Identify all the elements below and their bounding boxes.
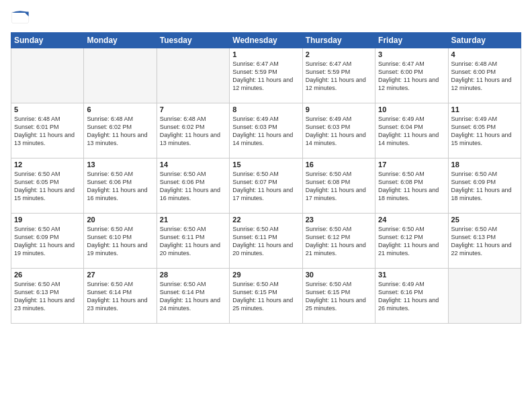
day-number: 27 (87, 271, 153, 279)
day-number: 5 (14, 105, 81, 113)
weekday-header-thursday: Thursday (302, 33, 375, 48)
day-info: Sunrise: 6:50 AMSunset: 6:06 PMDaylight:… (87, 170, 153, 203)
day-number: 8 (232, 105, 299, 113)
day-number: 18 (451, 161, 518, 169)
day-info: Sunrise: 6:50 AMSunset: 6:14 PMDaylight:… (160, 280, 226, 313)
day-info: Sunrise: 6:49 AMSunset: 6:03 PMDaylight:… (232, 115, 299, 148)
day-info: Sunrise: 6:50 AMSunset: 6:14 PMDaylight:… (87, 280, 153, 313)
day-cell: 11Sunrise: 6:49 AMSunset: 6:05 PMDayligh… (448, 103, 521, 158)
day-info: Sunrise: 6:47 AMSunset: 5:59 PMDaylight:… (306, 60, 372, 93)
day-number: 10 (378, 105, 445, 113)
weekday-header-tuesday: Tuesday (157, 33, 229, 48)
day-cell: 4Sunrise: 6:48 AMSunset: 6:00 PMDaylight… (448, 48, 521, 103)
day-info: Sunrise: 6:50 AMSunset: 6:06 PMDaylight:… (160, 170, 226, 203)
day-number: 24 (378, 216, 445, 224)
day-info: Sunrise: 6:50 AMSunset: 6:13 PMDaylight:… (451, 225, 518, 258)
day-cell: 28Sunrise: 6:50 AMSunset: 6:14 PMDayligh… (157, 269, 229, 324)
day-cell: 24Sunrise: 6:50 AMSunset: 6:12 PMDayligh… (375, 214, 448, 269)
day-number: 16 (306, 161, 372, 169)
day-cell (11, 48, 84, 103)
day-info: Sunrise: 6:49 AMSunset: 6:04 PMDaylight:… (378, 115, 445, 148)
weekday-header-row: SundayMondayTuesdayWednesdayThursdayFrid… (11, 33, 521, 48)
day-number: 30 (306, 271, 372, 279)
weekday-header-friday: Friday (375, 33, 448, 48)
day-info: Sunrise: 6:49 AMSunset: 6:05 PMDaylight:… (451, 115, 518, 148)
day-info: Sunrise: 6:50 AMSunset: 6:09 PMDaylight:… (451, 170, 518, 203)
day-number: 15 (232, 161, 299, 169)
day-cell: 5Sunrise: 6:48 AMSunset: 6:01 PMDaylight… (11, 103, 84, 158)
day-cell: 17Sunrise: 6:50 AMSunset: 6:08 PMDayligh… (375, 158, 448, 214)
day-cell: 8Sunrise: 6:49 AMSunset: 6:03 PMDaylight… (230, 103, 302, 158)
day-cell: 7Sunrise: 6:48 AMSunset: 6:02 PMDaylight… (157, 103, 229, 158)
day-info: Sunrise: 6:48 AMSunset: 6:01 PMDaylight:… (14, 115, 81, 148)
week-row-1: 1Sunrise: 6:47 AMSunset: 5:59 PMDaylight… (11, 48, 521, 103)
day-cell: 23Sunrise: 6:50 AMSunset: 6:12 PMDayligh… (302, 214, 375, 269)
day-number: 2 (306, 50, 372, 58)
logo (11, 8, 32, 27)
day-info: Sunrise: 6:50 AMSunset: 6:05 PMDaylight:… (14, 170, 81, 203)
day-info: Sunrise: 6:50 AMSunset: 6:15 PMDaylight:… (232, 280, 299, 313)
day-info: Sunrise: 6:50 AMSunset: 6:11 PMDaylight:… (160, 225, 226, 258)
day-info: Sunrise: 6:48 AMSunset: 6:00 PMDaylight:… (451, 60, 518, 93)
week-row-5: 26Sunrise: 6:50 AMSunset: 6:13 PMDayligh… (11, 269, 521, 324)
header (11, 8, 521, 27)
calendar-table: SundayMondayTuesdayWednesdayThursdayFrid… (11, 32, 521, 324)
day-number: 20 (87, 216, 153, 224)
day-cell: 14Sunrise: 6:50 AMSunset: 6:06 PMDayligh… (157, 158, 229, 214)
day-info: Sunrise: 6:50 AMSunset: 6:09 PMDaylight:… (14, 225, 81, 258)
day-number: 23 (306, 216, 372, 224)
weekday-header-monday: Monday (84, 33, 157, 48)
day-cell: 26Sunrise: 6:50 AMSunset: 6:13 PMDayligh… (11, 269, 84, 324)
day-number: 7 (160, 105, 226, 113)
day-cell: 12Sunrise: 6:50 AMSunset: 6:05 PMDayligh… (11, 158, 84, 214)
day-info: Sunrise: 6:49 AMSunset: 6:03 PMDaylight:… (306, 115, 372, 148)
day-info: Sunrise: 6:50 AMSunset: 6:08 PMDaylight:… (306, 170, 372, 203)
day-info: Sunrise: 6:48 AMSunset: 6:02 PMDaylight:… (160, 115, 226, 148)
day-info: Sunrise: 6:50 AMSunset: 6:10 PMDaylight:… (87, 225, 153, 258)
day-info: Sunrise: 6:50 AMSunset: 6:13 PMDaylight:… (14, 280, 81, 313)
day-number: 11 (451, 105, 518, 113)
day-cell: 31Sunrise: 6:49 AMSunset: 6:16 PMDayligh… (375, 269, 448, 324)
weekday-header-sunday: Sunday (11, 33, 84, 48)
day-cell: 3Sunrise: 6:47 AMSunset: 6:00 PMDaylight… (375, 48, 448, 103)
week-row-3: 12Sunrise: 6:50 AMSunset: 6:05 PMDayligh… (11, 158, 521, 214)
day-cell (157, 48, 229, 103)
day-info: Sunrise: 6:48 AMSunset: 6:02 PMDaylight:… (87, 115, 153, 148)
day-cell: 27Sunrise: 6:50 AMSunset: 6:14 PMDayligh… (84, 269, 157, 324)
day-cell: 9Sunrise: 6:49 AMSunset: 6:03 PMDaylight… (302, 103, 375, 158)
day-number: 31 (378, 271, 445, 279)
day-cell: 1Sunrise: 6:47 AMSunset: 5:59 PMDaylight… (230, 48, 302, 103)
day-number: 4 (451, 50, 518, 58)
day-cell: 22Sunrise: 6:50 AMSunset: 6:11 PMDayligh… (230, 214, 302, 269)
day-info: Sunrise: 6:50 AMSunset: 6:11 PMDaylight:… (232, 225, 299, 258)
day-cell: 16Sunrise: 6:50 AMSunset: 6:08 PMDayligh… (302, 158, 375, 214)
day-cell: 30Sunrise: 6:50 AMSunset: 6:15 PMDayligh… (302, 269, 375, 324)
day-number: 28 (160, 271, 226, 279)
day-number: 12 (14, 161, 81, 169)
day-info: Sunrise: 6:47 AMSunset: 5:59 PMDaylight:… (232, 60, 299, 93)
day-info: Sunrise: 6:49 AMSunset: 6:16 PMDaylight:… (378, 280, 445, 313)
day-cell: 20Sunrise: 6:50 AMSunset: 6:10 PMDayligh… (84, 214, 157, 269)
day-number: 3 (378, 50, 445, 58)
day-cell: 29Sunrise: 6:50 AMSunset: 6:15 PMDayligh… (230, 269, 302, 324)
day-number: 13 (87, 161, 153, 169)
day-number: 26 (14, 271, 81, 279)
day-number: 17 (378, 161, 445, 169)
day-cell (84, 48, 157, 103)
day-cell: 21Sunrise: 6:50 AMSunset: 6:11 PMDayligh… (157, 214, 229, 269)
day-cell: 2Sunrise: 6:47 AMSunset: 5:59 PMDaylight… (302, 48, 375, 103)
page: SundayMondayTuesdayWednesdayThursdayFrid… (0, 0, 532, 411)
day-cell: 25Sunrise: 6:50 AMSunset: 6:13 PMDayligh… (448, 214, 521, 269)
week-row-4: 19Sunrise: 6:50 AMSunset: 6:09 PMDayligh… (11, 214, 521, 269)
weekday-header-saturday: Saturday (448, 33, 521, 48)
day-info: Sunrise: 6:50 AMSunset: 6:07 PMDaylight:… (232, 170, 299, 203)
day-info: Sunrise: 6:47 AMSunset: 6:00 PMDaylight:… (378, 60, 445, 93)
day-cell (448, 269, 521, 324)
day-cell: 6Sunrise: 6:48 AMSunset: 6:02 PMDaylight… (84, 103, 157, 158)
day-cell: 13Sunrise: 6:50 AMSunset: 6:06 PMDayligh… (84, 158, 157, 214)
day-info: Sunrise: 6:50 AMSunset: 6:12 PMDaylight:… (378, 225, 445, 258)
day-cell: 19Sunrise: 6:50 AMSunset: 6:09 PMDayligh… (11, 214, 84, 269)
day-number: 9 (306, 105, 372, 113)
day-cell: 18Sunrise: 6:50 AMSunset: 6:09 PMDayligh… (448, 158, 521, 214)
day-number: 22 (232, 216, 299, 224)
